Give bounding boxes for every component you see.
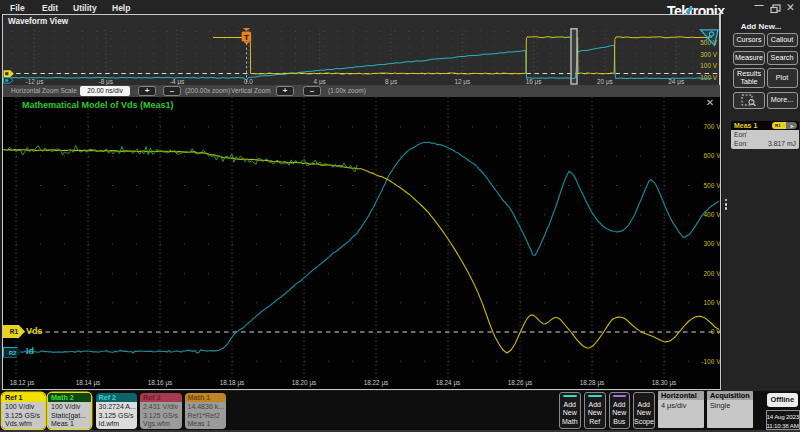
svg-text:18.28 μs: 18.28 μs bbox=[580, 379, 605, 387]
svg-text:18.12 μs: 18.12 μs bbox=[10, 379, 35, 387]
svg-text:-12 μs: -12 μs bbox=[26, 78, 44, 86]
svg-text:200 V: 200 V bbox=[704, 270, 721, 277]
svg-text:-8 μs: -8 μs bbox=[99, 78, 113, 86]
svg-text:18.18 μs: 18.18 μs bbox=[220, 379, 245, 387]
svg-text:-100 V: -100 V bbox=[701, 358, 720, 365]
svg-text:500 V: 500 V bbox=[704, 182, 721, 189]
svg-text:100 V: 100 V bbox=[700, 62, 717, 69]
svg-text:18.22 μs: 18.22 μs bbox=[364, 379, 389, 387]
svg-text:300 V: 300 V bbox=[700, 51, 717, 58]
svg-text:20 μs: 20 μs bbox=[597, 78, 613, 86]
svg-text:18.30 μs: 18.30 μs bbox=[652, 379, 677, 387]
svg-text:4 μs: 4 μs bbox=[314, 78, 326, 86]
svg-text:12 μs: 12 μs bbox=[454, 78, 470, 86]
svg-text:600 V: 600 V bbox=[704, 152, 721, 159]
svg-text:100 V: 100 V bbox=[704, 299, 721, 306]
svg-text:400 V: 400 V bbox=[704, 211, 721, 218]
svg-text:8 μs: 8 μs bbox=[385, 78, 397, 86]
svg-text:18.26 μs: 18.26 μs bbox=[508, 379, 533, 387]
svg-text:-4 μs: -4 μs bbox=[170, 78, 184, 86]
svg-text:18.16 μs: 18.16 μs bbox=[148, 379, 173, 387]
svg-text:300 V: 300 V bbox=[704, 240, 721, 247]
svg-text:18.24 μs: 18.24 μs bbox=[436, 379, 461, 387]
svg-text:18.20 μs: 18.20 μs bbox=[292, 379, 317, 387]
svg-text:18.14 μs: 18.14 μs bbox=[76, 379, 101, 387]
svg-text:700 V: 700 V bbox=[704, 123, 721, 130]
svg-text:T: T bbox=[244, 33, 249, 42]
svg-text:-100 V: -100 V bbox=[698, 74, 718, 81]
